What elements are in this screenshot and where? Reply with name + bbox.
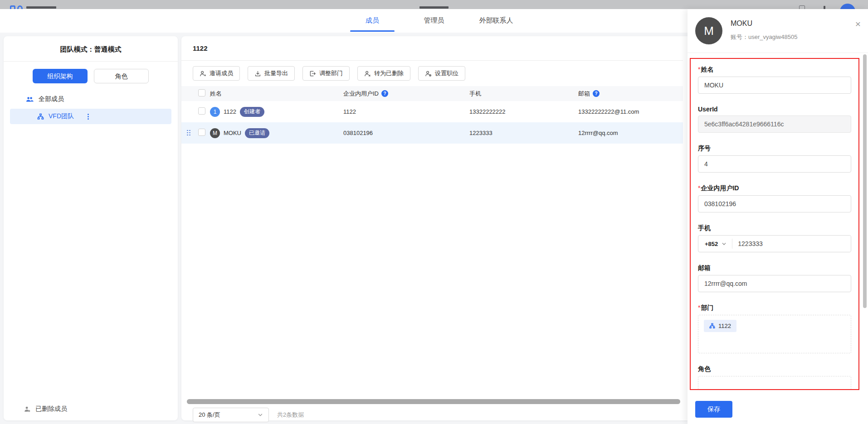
member-phone: 1223333 bbox=[469, 130, 578, 136]
chevron-down-icon bbox=[258, 412, 263, 418]
member-detail-avatar: M bbox=[695, 17, 722, 44]
label-text: UserId bbox=[698, 106, 718, 113]
person-x-icon bbox=[364, 70, 371, 77]
role-picker[interactable]: + 点击选择角色 bbox=[698, 376, 851, 390]
sidebar-divider bbox=[4, 61, 178, 62]
member-name: 1122 bbox=[224, 108, 236, 115]
page-size-select[interactable]: 20 条/页 bbox=[193, 408, 269, 422]
vertical-scrollbar[interactable] bbox=[863, 54, 867, 308]
members-table: 姓名 企业内用户ID ? 手机 邮箱 ? 1 1122 创建者 1122 133… bbox=[181, 86, 683, 144]
org-tree: 全部成员 VFD团队 bbox=[4, 92, 178, 124]
members-content: 1122 邀请成员 批量导出 调整部门 bbox=[181, 36, 688, 420]
sequence-input[interactable] bbox=[698, 155, 851, 173]
phone-field: +852 bbox=[698, 235, 851, 252]
help-icon[interactable]: ? bbox=[593, 90, 600, 97]
table-row[interactable]: 1 1122 创建者 1122 13322222222 13322222222@… bbox=[181, 101, 683, 122]
button-label: 调整部门 bbox=[319, 69, 343, 77]
total-count: 共2条数据 bbox=[277, 411, 304, 419]
more-options-icon[interactable] bbox=[88, 114, 89, 120]
corp-user-id-input[interactable] bbox=[698, 195, 851, 212]
tab-admins[interactable]: 管理员 bbox=[424, 9, 444, 33]
member-user-id: 038102196 bbox=[343, 130, 469, 136]
invite-member-button[interactable]: 邀请成员 bbox=[193, 66, 240, 81]
select-all-checkbox[interactable] bbox=[198, 89, 205, 96]
email-input[interactable] bbox=[698, 275, 851, 292]
member-user-id: 1122 bbox=[343, 108, 469, 115]
team-mode-title: 团队模式：普通模式 bbox=[4, 36, 178, 54]
person-delete-icon bbox=[24, 406, 31, 413]
field-label-corp-id: *企业内用户ID bbox=[698, 184, 851, 193]
tree-item-label: VFD团队 bbox=[49, 112, 74, 120]
header-user-id: 企业内用户ID bbox=[343, 90, 379, 98]
adjust-department-button[interactable]: 调整部门 bbox=[302, 66, 350, 81]
field-label-name: *姓名 bbox=[698, 66, 851, 74]
required-mark: * bbox=[698, 304, 700, 311]
row-checkbox[interactable] bbox=[198, 107, 205, 115]
close-icon[interactable]: × bbox=[855, 19, 861, 29]
field-label-role: 角色 bbox=[698, 365, 851, 373]
drag-handle-icon[interactable] bbox=[187, 130, 191, 136]
app-title-fragment bbox=[26, 6, 56, 9]
title-divider bbox=[181, 60, 683, 61]
user-avatar[interactable] bbox=[840, 4, 855, 9]
field-label-email: 邮箱 bbox=[698, 264, 851, 272]
deleted-members-link[interactable]: 已删除成员 bbox=[24, 405, 67, 413]
name-input[interactable] bbox=[698, 77, 851, 94]
phone-number-input[interactable] bbox=[732, 236, 851, 252]
horizontal-scrollbar[interactable] bbox=[187, 399, 680, 404]
invited-badge: 已邀请 bbox=[245, 128, 269, 138]
required-mark: * bbox=[698, 184, 700, 192]
topbar-window-icon[interactable] bbox=[799, 5, 805, 9]
org-sidebar: 团队模式：普通模式 组织架构 角色 全部成员 bbox=[4, 36, 178, 420]
department-picker[interactable]: 1122 bbox=[698, 315, 851, 353]
tree-item-all-members[interactable]: 全部成员 bbox=[4, 92, 178, 107]
batch-export-button[interactable]: 批量导出 bbox=[248, 66, 295, 81]
label-text: 邮箱 bbox=[698, 264, 711, 271]
member-email: 12rrrr@qq.com bbox=[578, 130, 683, 136]
field-label-dept: *部门 bbox=[698, 304, 851, 312]
people-icon bbox=[26, 96, 34, 103]
org-structure-button[interactable]: 组织架构 bbox=[33, 69, 88, 83]
pagination: 20 条/页 共2条数据 bbox=[193, 408, 304, 422]
help-icon[interactable]: ? bbox=[381, 90, 388, 97]
member-account: 账号：user_vyagiw48505 bbox=[731, 33, 797, 41]
topbar-menu-icon[interactable] bbox=[824, 6, 825, 9]
label-text: 角色 bbox=[698, 365, 711, 372]
move-to-deleted-button[interactable]: 转为已删除 bbox=[357, 66, 410, 81]
field-label-seq: 序号 bbox=[698, 145, 851, 153]
tree-item-vfd-team[interactable]: VFD团队 bbox=[10, 109, 171, 124]
member-detail-panel: × M MOKU 账号：user_vyagiw48505 *姓名 UserId … bbox=[688, 9, 868, 424]
member-name: MOKU bbox=[224, 130, 241, 136]
field-label-phone: 手机 bbox=[698, 224, 851, 232]
topbar-text-fragment bbox=[419, 6, 449, 9]
country-code-select[interactable]: +852 bbox=[698, 241, 732, 247]
table-row-selected[interactable]: M MOKU 已邀请 038102196 1223333 12rrrr@qq.c… bbox=[181, 122, 683, 144]
label-text: 姓名 bbox=[701, 66, 713, 73]
department-title: 1122 bbox=[193, 44, 208, 52]
department-tag-label: 1122 bbox=[718, 323, 731, 329]
department-tag[interactable]: 1122 bbox=[704, 320, 736, 332]
member-form-highlighted: *姓名 UserId 序号 *企业内用户ID 手机 +852 bbox=[690, 58, 859, 390]
button-label: 批量导出 bbox=[264, 69, 288, 77]
label-text: 序号 bbox=[698, 145, 711, 152]
table-header-row: 姓名 企业内用户ID ? 手机 邮箱 ? bbox=[181, 86, 683, 101]
member-toolbar: 邀请成员 批量导出 调整部门 转为已删除 bbox=[193, 66, 465, 81]
tab-external-contacts[interactable]: 外部联系人 bbox=[479, 9, 513, 33]
tab-members[interactable]: 成员 bbox=[366, 9, 379, 33]
roles-button[interactable]: 角色 bbox=[94, 69, 149, 83]
member-email: 13322222222@11.com bbox=[578, 108, 683, 115]
row-checkbox[interactable] bbox=[198, 129, 205, 136]
save-button[interactable]: 保存 bbox=[695, 401, 732, 418]
member-avatar: M bbox=[210, 128, 220, 138]
field-label-userid: UserId bbox=[698, 106, 851, 113]
person-plus-icon bbox=[200, 70, 206, 77]
set-position-button[interactable]: 设置职位 bbox=[418, 66, 465, 81]
required-mark: * bbox=[698, 66, 700, 73]
role-placeholder: 点击选择角色 bbox=[760, 390, 798, 390]
member-detail-name: MOKU bbox=[731, 19, 752, 28]
label-text: 手机 bbox=[698, 224, 711, 231]
person-gear-icon bbox=[425, 70, 432, 77]
header-phone: 手机 bbox=[469, 90, 578, 98]
page-size-value: 20 条/页 bbox=[199, 411, 220, 419]
download-icon bbox=[254, 70, 261, 77]
